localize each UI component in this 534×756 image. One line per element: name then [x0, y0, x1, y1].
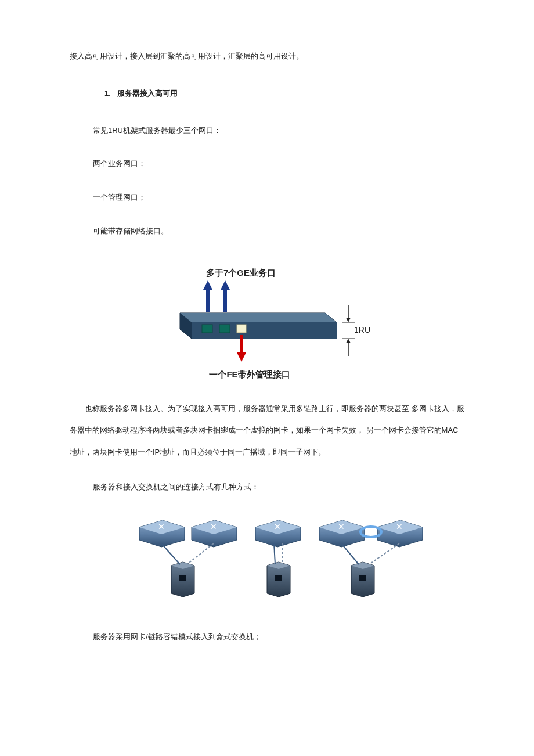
switch-icon: ✕	[319, 520, 365, 547]
figure2-caption: 服务器和接入交换机之间的连接方式有几种方式：	[93, 477, 464, 497]
svg-rect-40	[359, 575, 366, 581]
fe-mgmt-port	[237, 325, 246, 333]
line-2: 两个业务网口；	[93, 154, 464, 174]
topology-2: ✕	[255, 520, 301, 597]
figure-topologies: ✕ ✕	[104, 511, 464, 604]
svg-line-42	[369, 543, 399, 564]
svg-marker-8	[346, 318, 351, 322]
svg-marker-4	[192, 322, 337, 339]
figure-server-ports: 多于7个GE业务口	[70, 264, 464, 380]
svg-rect-29	[275, 575, 282, 581]
server-chassis	[180, 313, 337, 339]
server-diagram-svg: 多于7个GE业务口	[163, 264, 371, 380]
svg-text:✕: ✕	[210, 522, 217, 531]
topology-diagram-svg: ✕ ✕	[134, 511, 435, 604]
section-title: 服务器接入高可用	[117, 89, 178, 98]
svg-text:✕: ✕	[338, 522, 345, 531]
line-4: 可能带存储网络接口。	[93, 221, 464, 241]
section-heading: 1. 服务器接入高可用	[104, 84, 464, 103]
svg-marker-1	[221, 280, 230, 290]
line-1: 常见1RU机架式服务器最少三个网口：	[93, 121, 464, 141]
switch-icon: ✕	[377, 520, 423, 547]
svg-line-30	[274, 543, 275, 564]
intro-paragraph: 接入高可用设计，接入层到汇聚的高可用设计，汇聚层的高可用设计。	[70, 46, 464, 66]
topology-1: ✕ ✕	[139, 520, 237, 597]
ge-port-1	[202, 325, 212, 333]
ge-port-2	[219, 325, 230, 333]
svg-line-41	[341, 543, 359, 564]
document-page: 接入高可用设计，接入层到汇聚的高可用设计，汇聚层的高可用设计。 1. 服务器接入…	[0, 0, 534, 695]
figure1-bottom-caption: 一个FE带外管理接口	[209, 369, 290, 379]
svg-rect-21	[179, 575, 186, 581]
switch-icon: ✕	[192, 520, 237, 547]
paragraph-multi-nic: 也称服务器多网卡接入。为了实现接入高可用，服务器通常采用多链路上行，即服务器的两…	[70, 398, 464, 463]
server-icon	[267, 562, 290, 597]
svg-text:✕: ✕	[158, 522, 165, 531]
server-icon	[171, 562, 194, 597]
svg-marker-12	[346, 339, 351, 343]
svg-marker-6	[237, 352, 246, 362]
section-number: 1.	[104, 89, 111, 98]
svg-marker-3	[180, 313, 337, 322]
paragraph-3: 服务器采用网卡/链路容错模式接入到盒式交换机；	[93, 627, 464, 647]
svg-text:✕: ✕	[274, 522, 281, 531]
switch-icon: ✕	[139, 520, 185, 547]
topology-3: ✕ ✕	[319, 520, 423, 597]
figure1-top-caption: 多于7个GE业务口	[206, 268, 276, 278]
server-icon	[351, 562, 374, 597]
line-3: 一个管理网口；	[93, 188, 464, 207]
svg-line-22	[161, 543, 180, 564]
svg-line-23	[187, 543, 214, 564]
switch-icon: ✕	[255, 520, 301, 547]
svg-text:✕: ✕	[396, 522, 403, 531]
height-label: 1RU	[354, 325, 370, 334]
svg-marker-0	[203, 280, 212, 290]
